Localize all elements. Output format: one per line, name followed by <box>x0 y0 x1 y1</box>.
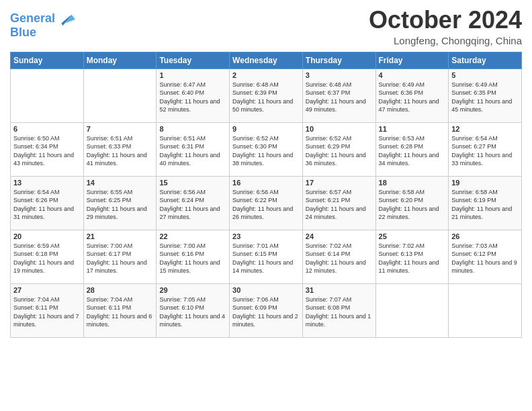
week-row-4: 20Sunrise: 6:59 AMSunset: 6:18 PMDayligh… <box>11 230 522 283</box>
day-number: 2 <box>232 71 300 79</box>
day-number: 3 <box>306 71 373 79</box>
day-number: 8 <box>159 125 226 133</box>
day-number: 27 <box>13 286 81 294</box>
day-number: 11 <box>379 125 446 133</box>
day-info: Sunrise: 6:59 AMSunset: 6:18 PMDaylight:… <box>13 242 81 275</box>
calendar-cell: 8Sunrise: 6:51 AMSunset: 6:31 PMDaylight… <box>157 122 230 176</box>
day-info: Sunrise: 6:51 AMSunset: 6:31 PMDaylight:… <box>159 134 226 168</box>
day-info: Sunrise: 6:52 AMSunset: 6:30 PMDaylight:… <box>232 134 300 168</box>
day-info: Sunrise: 6:53 AMSunset: 6:28 PMDaylight:… <box>379 134 446 168</box>
day-info: Sunrise: 6:57 AMSunset: 6:21 PMDaylight:… <box>306 188 373 222</box>
calendar-cell: 3Sunrise: 6:48 AMSunset: 6:37 PMDaylight… <box>302 68 375 122</box>
day-header-thursday: Thursday <box>302 52 375 68</box>
calendar-cell <box>83 68 157 122</box>
day-info: Sunrise: 6:48 AMSunset: 6:39 PMDaylight:… <box>232 81 300 114</box>
day-info: Sunrise: 7:04 AMSunset: 6:11 PMDaylight:… <box>13 295 81 329</box>
day-info: Sunrise: 6:54 AMSunset: 6:27 PMDaylight:… <box>451 134 519 168</box>
day-number: 29 <box>159 286 226 294</box>
day-number: 5 <box>451 71 519 79</box>
day-number: 24 <box>306 232 373 240</box>
calendar-cell: 9Sunrise: 6:52 AMSunset: 6:30 PMDaylight… <box>230 122 303 176</box>
calendar-cell: 17Sunrise: 6:57 AMSunset: 6:21 PMDayligh… <box>302 176 375 230</box>
day-header-monday: Monday <box>83 52 157 68</box>
week-row-3: 13Sunrise: 6:54 AMSunset: 6:26 PMDayligh… <box>11 176 522 230</box>
logo-text: General <box>10 12 55 26</box>
location: Longfeng, Chongqing, China <box>369 35 522 46</box>
day-info: Sunrise: 7:06 AMSunset: 6:09 PMDaylight:… <box>232 295 300 329</box>
day-number: 31 <box>306 286 373 294</box>
day-info: Sunrise: 7:02 AMSunset: 6:14 PMDaylight:… <box>306 242 373 275</box>
calendar-cell: 23Sunrise: 7:01 AMSunset: 6:15 PMDayligh… <box>230 230 303 283</box>
logo-icon <box>56 9 75 28</box>
calendar-cell <box>375 283 449 337</box>
day-info: Sunrise: 7:04 AMSunset: 6:11 PMDaylight:… <box>87 295 154 329</box>
day-number: 14 <box>87 179 154 187</box>
day-number: 30 <box>232 286 300 294</box>
day-info: Sunrise: 6:56 AMSunset: 6:24 PMDaylight:… <box>159 188 226 222</box>
day-info: Sunrise: 7:00 AMSunset: 6:17 PMDaylight:… <box>87 242 154 275</box>
day-header-tuesday: Tuesday <box>157 52 230 68</box>
calendar-cell: 31Sunrise: 7:07 AMSunset: 6:08 PMDayligh… <box>302 283 375 337</box>
week-row-2: 6Sunrise: 6:50 AMSunset: 6:34 PMDaylight… <box>11 122 522 176</box>
calendar-cell: 27Sunrise: 7:04 AMSunset: 6:11 PMDayligh… <box>11 283 84 337</box>
day-number: 23 <box>232 232 300 240</box>
day-number: 22 <box>159 232 226 240</box>
calendar-container: General Blue October 2024 Longfeng, Chon… <box>0 0 532 411</box>
title-block: October 2024 Longfeng, Chongqing, China <box>369 7 522 46</box>
day-info: Sunrise: 7:03 AMSunset: 6:12 PMDaylight:… <box>451 242 519 275</box>
day-info: Sunrise: 6:48 AMSunset: 6:37 PMDaylight:… <box>306 81 373 114</box>
day-number: 18 <box>379 179 446 187</box>
day-number: 13 <box>13 179 81 187</box>
day-info: Sunrise: 7:05 AMSunset: 6:10 PMDaylight:… <box>159 295 226 329</box>
calendar-cell: 16Sunrise: 6:56 AMSunset: 6:22 PMDayligh… <box>230 176 303 230</box>
day-number: 25 <box>379 232 446 240</box>
calendar-cell: 29Sunrise: 7:05 AMSunset: 6:10 PMDayligh… <box>157 283 230 337</box>
day-info: Sunrise: 6:49 AMSunset: 6:35 PMDaylight:… <box>451 81 519 114</box>
day-info: Sunrise: 6:56 AMSunset: 6:22 PMDaylight:… <box>232 188 300 222</box>
day-number: 10 <box>306 125 373 133</box>
calendar-table: SundayMondayTuesdayWednesdayThursdayFrid… <box>10 52 522 338</box>
calendar-cell: 22Sunrise: 7:00 AMSunset: 6:16 PMDayligh… <box>157 230 230 283</box>
week-row-5: 27Sunrise: 7:04 AMSunset: 6:11 PMDayligh… <box>11 283 522 337</box>
day-info: Sunrise: 7:07 AMSunset: 6:08 PMDaylight:… <box>306 295 373 329</box>
calendar-cell <box>449 283 522 337</box>
day-info: Sunrise: 6:52 AMSunset: 6:29 PMDaylight:… <box>306 134 373 168</box>
calendar-cell: 14Sunrise: 6:55 AMSunset: 6:25 PMDayligh… <box>83 176 157 230</box>
day-number: 15 <box>159 179 226 187</box>
calendar-cell: 10Sunrise: 6:52 AMSunset: 6:29 PMDayligh… <box>302 122 375 176</box>
day-number: 17 <box>306 179 373 187</box>
week-row-1: 1Sunrise: 6:47 AMSunset: 6:40 PMDaylight… <box>11 68 522 122</box>
month-title: October 2024 <box>369 7 522 34</box>
day-number: 26 <box>451 232 519 240</box>
header-row: SundayMondayTuesdayWednesdayThursdayFrid… <box>11 52 522 68</box>
calendar-cell: 1Sunrise: 6:47 AMSunset: 6:40 PMDaylight… <box>157 68 230 122</box>
day-info: Sunrise: 6:54 AMSunset: 6:26 PMDaylight:… <box>13 188 81 222</box>
calendar-cell: 4Sunrise: 6:49 AMSunset: 6:36 PMDaylight… <box>375 68 449 122</box>
day-info: Sunrise: 7:00 AMSunset: 6:16 PMDaylight:… <box>159 242 226 275</box>
calendar-cell: 26Sunrise: 7:03 AMSunset: 6:12 PMDayligh… <box>449 230 522 283</box>
day-info: Sunrise: 6:55 AMSunset: 6:25 PMDaylight:… <box>87 188 154 222</box>
calendar-cell: 18Sunrise: 6:58 AMSunset: 6:20 PMDayligh… <box>375 176 449 230</box>
day-header-friday: Friday <box>375 52 449 68</box>
calendar-cell: 21Sunrise: 7:00 AMSunset: 6:17 PMDayligh… <box>83 230 157 283</box>
day-info: Sunrise: 7:01 AMSunset: 6:15 PMDaylight:… <box>232 242 300 275</box>
calendar-cell: 13Sunrise: 6:54 AMSunset: 6:26 PMDayligh… <box>11 176 84 230</box>
day-number: 19 <box>451 179 519 187</box>
calendar-cell: 2Sunrise: 6:48 AMSunset: 6:39 PMDaylight… <box>230 68 303 122</box>
day-info: Sunrise: 6:58 AMSunset: 6:19 PMDaylight:… <box>451 188 519 222</box>
day-number: 9 <box>232 125 300 133</box>
day-info: Sunrise: 6:47 AMSunset: 6:40 PMDaylight:… <box>159 81 226 114</box>
calendar-cell: 5Sunrise: 6:49 AMSunset: 6:35 PMDaylight… <box>449 68 522 122</box>
day-number: 4 <box>379 71 446 79</box>
day-info: Sunrise: 6:50 AMSunset: 6:34 PMDaylight:… <box>13 134 81 168</box>
calendar-cell: 11Sunrise: 6:53 AMSunset: 6:28 PMDayligh… <box>375 122 449 176</box>
calendar-cell: 19Sunrise: 6:58 AMSunset: 6:19 PMDayligh… <box>449 176 522 230</box>
calendar-cell: 30Sunrise: 7:06 AMSunset: 6:09 PMDayligh… <box>230 283 303 337</box>
calendar-cell: 28Sunrise: 7:04 AMSunset: 6:11 PMDayligh… <box>83 283 157 337</box>
day-info: Sunrise: 7:02 AMSunset: 6:13 PMDaylight:… <box>379 242 446 275</box>
day-number: 12 <box>451 125 519 133</box>
calendar-cell: 20Sunrise: 6:59 AMSunset: 6:18 PMDayligh… <box>11 230 84 283</box>
day-number: 16 <box>232 179 300 187</box>
calendar-cell: 15Sunrise: 6:56 AMSunset: 6:24 PMDayligh… <box>157 176 230 230</box>
calendar-cell: 12Sunrise: 6:54 AMSunset: 6:27 PMDayligh… <box>449 122 522 176</box>
